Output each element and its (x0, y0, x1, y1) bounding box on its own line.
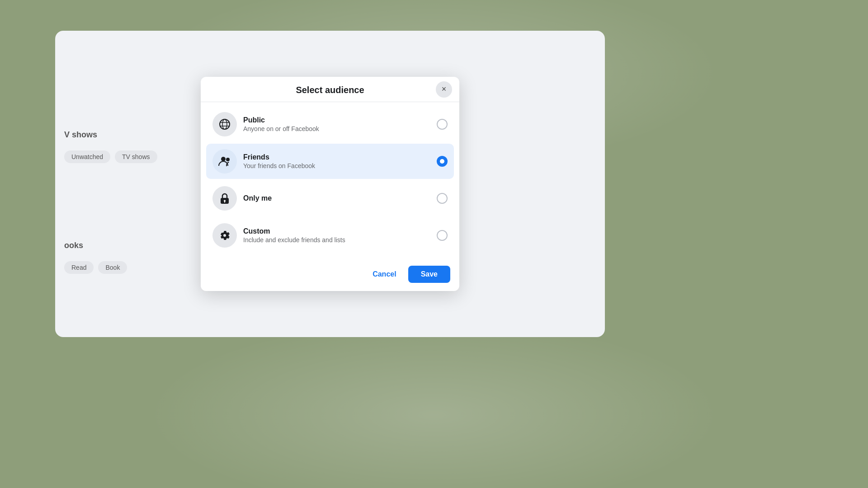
option-custom[interactable]: Custom Include and exclude friends and l… (206, 218, 454, 253)
svg-point-9 (223, 234, 226, 237)
modal-backdrop: Select audience × Pu (55, 31, 605, 337)
public-desc: Anyone on or off Facebook (243, 125, 437, 132)
close-button[interactable]: × (436, 81, 452, 98)
svg-point-4 (221, 157, 226, 161)
save-button[interactable]: Save (408, 266, 450, 283)
option-friends[interactable]: Friends Your friends on Facebook (206, 144, 454, 179)
friends-icon (212, 149, 237, 174)
gear-icon (212, 223, 237, 248)
custom-label: Custom (243, 227, 437, 235)
public-radio[interactable] (437, 119, 448, 130)
only-me-text: Only me (243, 194, 437, 202)
friends-radio[interactable] (437, 156, 448, 167)
friends-label: Friends (243, 153, 437, 161)
option-only-me[interactable]: Only me (206, 181, 454, 216)
select-audience-modal: Select audience × Pu (201, 77, 459, 291)
svg-point-0 (220, 119, 230, 129)
friends-text: Friends Your friends on Facebook (243, 153, 437, 169)
cancel-button[interactable]: Cancel (365, 267, 403, 282)
custom-text: Custom Include and exclude friends and l… (243, 227, 437, 244)
svg-rect-8 (224, 202, 225, 203)
custom-radio[interactable] (437, 230, 448, 241)
globe-icon (212, 112, 237, 136)
lock-icon (212, 186, 237, 211)
friends-radio-inner (440, 159, 444, 164)
public-text: Public Anyone on or off Facebook (243, 116, 437, 132)
modal-footer: Cancel Save (201, 259, 459, 291)
public-label: Public (243, 116, 437, 124)
custom-desc: Include and exclude friends and lists (243, 236, 437, 244)
svg-point-5 (226, 158, 230, 161)
friends-desc: Your friends on Facebook (243, 162, 437, 169)
svg-point-1 (222, 119, 227, 129)
only-me-label: Only me (243, 194, 437, 202)
app-window: No Watched to show V shows Unwatched TV … (55, 31, 605, 337)
options-list: Public Anyone on or off Facebook (201, 102, 459, 259)
modal-title: Select audience (296, 85, 364, 95)
modal-header: Select audience × (201, 77, 459, 102)
option-public[interactable]: Public Anyone on or off Facebook (206, 107, 454, 142)
only-me-radio[interactable] (437, 193, 448, 204)
